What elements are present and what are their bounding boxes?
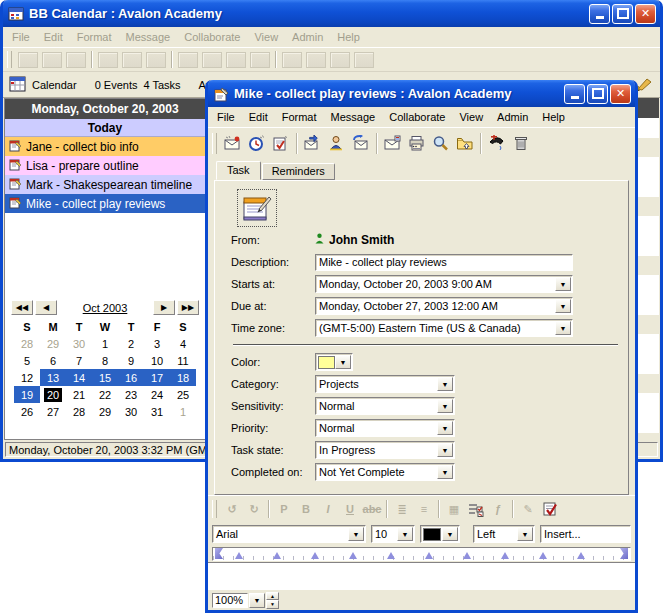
new-event-icon[interactable]	[245, 132, 269, 154]
chevron-down-icon[interactable]: ▼	[555, 277, 571, 291]
ruler-tab-marker[interactable]	[387, 552, 395, 559]
font-size-combo[interactable]: 10 ▼	[371, 525, 415, 543]
menu-collaborate[interactable]: Collaborate	[382, 109, 452, 125]
find-icon[interactable]	[429, 132, 453, 154]
calendar-day[interactable]: 17	[144, 369, 170, 386]
calendar-day[interactable]: 30	[118, 403, 144, 420]
ruler[interactable]	[212, 547, 631, 561]
prev-month-button[interactable]: ◀	[35, 300, 57, 315]
prev-year-button[interactable]: ◀◀	[11, 300, 33, 315]
ruler-tab-marker[interactable]	[349, 552, 357, 559]
dial-icon[interactable]	[485, 132, 509, 154]
zoom-dropdown-arrow[interactable]: ▼	[249, 593, 265, 608]
ruler-right-margin-marker[interactable]	[620, 548, 628, 559]
calendar-day[interactable]: 5	[14, 352, 40, 369]
ruler-tab-marker[interactable]	[425, 552, 433, 559]
task-row[interactable]: Lisa - prepare outline	[5, 156, 205, 175]
menu-message[interactable]: Message	[324, 109, 383, 125]
zoom-spinner[interactable]: ▲▼	[266, 592, 279, 609]
calendar-day[interactable]: 4	[170, 335, 196, 352]
menu-edit[interactable]: Edit	[242, 109, 275, 125]
chevron-down-icon[interactable]: ▼	[437, 421, 453, 435]
new-message-icon[interactable]	[221, 132, 245, 154]
chevron-down-icon[interactable]: ▼	[335, 355, 351, 369]
task-row[interactable]: Mark - Shakespearean timeline	[5, 175, 205, 194]
alignment-combo[interactable]: Left ▼	[473, 525, 535, 543]
calendar-day[interactable]: 27	[40, 403, 66, 420]
chevron-down-icon[interactable]: ▼	[442, 527, 458, 541]
ruler-tab-marker[interactable]	[463, 552, 471, 559]
dialog-minimize-button[interactable]	[564, 84, 585, 104]
calendar-day[interactable]: 30	[66, 335, 92, 352]
calendar-day[interactable]: 28	[14, 335, 40, 352]
chevron-down-icon[interactable]: ▼	[437, 465, 453, 479]
calendar-day[interactable]: 31	[144, 403, 170, 420]
next-month-button[interactable]: ▶	[153, 300, 175, 315]
message-body[interactable]	[208, 562, 635, 589]
calendar-day[interactable]: 2	[118, 335, 144, 352]
calendar-day[interactable]: 13	[40, 369, 66, 386]
chevron-down-icon[interactable]: ▼	[397, 527, 413, 541]
calendar-day[interactable]: 9	[118, 352, 144, 369]
task-row[interactable]: Jane - collect bio info	[5, 137, 205, 156]
checkbox-list-icon[interactable]	[465, 499, 487, 519]
calendar-day[interactable]: 11	[170, 352, 196, 369]
chevron-down-icon[interactable]: ▼	[437, 399, 453, 413]
calendar-day[interactable]: 28	[66, 403, 92, 420]
time_zone-combo[interactable]: (GMT-5:00) Eastern Time (US & Canada)▼	[315, 319, 573, 337]
tab-task[interactable]: Task	[216, 161, 261, 180]
due_at-combo[interactable]: Monday, October 27, 2003 12:00 AM▼	[315, 297, 573, 315]
spell-check-icon[interactable]	[539, 499, 561, 519]
calendar-day[interactable]: 15	[92, 369, 118, 386]
menu-format[interactable]: Format	[275, 109, 324, 125]
minimize-button[interactable]	[589, 4, 610, 24]
calendar-day[interactable]: 26	[14, 403, 40, 420]
save-message-icon[interactable]	[381, 132, 405, 154]
menu-view[interactable]: View	[452, 109, 490, 125]
chevron-down-icon[interactable]: ▼	[348, 527, 364, 541]
description-input[interactable]: Mike - collect play reviews	[315, 254, 573, 271]
chevron-down-icon[interactable]: ▼	[437, 443, 453, 457]
menu-help[interactable]: Help	[535, 109, 572, 125]
calendar-day[interactable]: 1	[92, 335, 118, 352]
close-button[interactable]: ✕	[635, 4, 656, 24]
folder-icon[interactable]	[453, 132, 477, 154]
priority-combo[interactable]: Normal▼	[315, 419, 455, 437]
task_state-combo[interactable]: In Progress▼	[315, 441, 455, 459]
completed_on-combo[interactable]: Not Yet Complete▼	[315, 463, 455, 481]
calendar-day[interactable]: 24	[144, 386, 170, 403]
calendar-day[interactable]: 19	[14, 386, 40, 403]
contact-icon[interactable]	[325, 132, 349, 154]
ruler-tab-marker[interactable]	[273, 552, 281, 559]
maximize-button[interactable]	[612, 4, 633, 24]
calendar-day[interactable]: 29	[40, 335, 66, 352]
calendar-day[interactable]: 29	[92, 403, 118, 420]
calendar-day[interactable]: 1	[170, 403, 196, 420]
ruler-tab-marker[interactable]	[577, 552, 585, 559]
ruler-tab-marker[interactable]	[311, 552, 319, 559]
calendar-day[interactable]: 21	[66, 386, 92, 403]
calendar-day[interactable]: 14	[66, 369, 92, 386]
delete-icon[interactable]	[509, 132, 533, 154]
next-year-button[interactable]: ▶▶	[177, 300, 199, 315]
ruler-tab-marker[interactable]	[235, 552, 243, 559]
dialog-close-button[interactable]: ✕	[610, 84, 631, 104]
forward-message-icon[interactable]	[349, 132, 373, 154]
calendar-day[interactable]: 22	[92, 386, 118, 403]
ruler-tab-marker[interactable]	[501, 552, 509, 559]
calendar-day[interactable]: 10	[144, 352, 170, 369]
calendar-day[interactable]: 12	[14, 369, 40, 386]
chevron-down-icon[interactable]: ▼	[555, 321, 571, 335]
sensitivity-combo[interactable]: Normal▼	[315, 397, 455, 415]
calendar-day[interactable]: 7	[66, 352, 92, 369]
print-icon[interactable]	[405, 132, 429, 154]
chevron-down-icon[interactable]: ▼	[437, 377, 453, 391]
ruler-tab-marker[interactable]	[539, 552, 547, 559]
calendar-day[interactable]: 25	[170, 386, 196, 403]
starts_at-combo[interactable]: Monday, October 20, 2003 9:00 AM▼	[315, 275, 573, 293]
dialog-maximize-button[interactable]	[587, 84, 608, 104]
zoom-level-field[interactable]: 100%	[212, 593, 248, 608]
font-color-combo[interactable]: ▼	[420, 525, 460, 543]
color-combo[interactable]: ▼	[315, 353, 353, 371]
calendar-day[interactable]: 6	[40, 352, 66, 369]
